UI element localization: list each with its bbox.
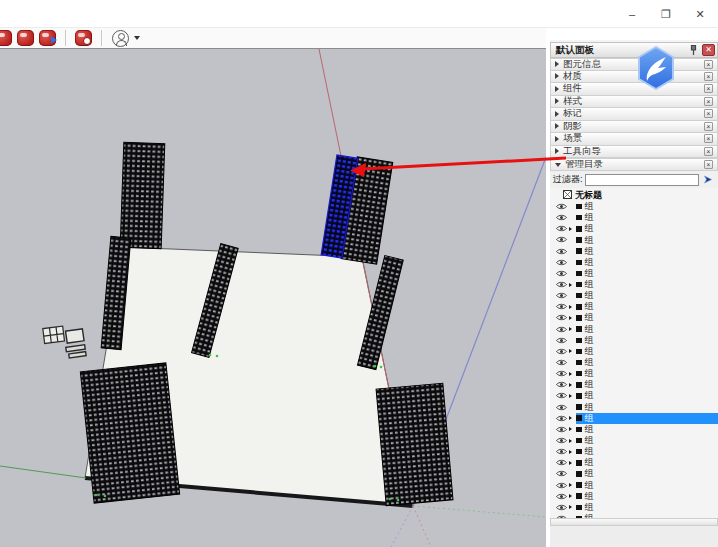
expand-arrow-icon[interactable]: [569, 305, 576, 309]
visibility-eye-icon[interactable]: [556, 337, 569, 344]
panel-close-button[interactable]: ✕: [702, 44, 715, 56]
visibility-eye-icon[interactable]: [556, 437, 569, 444]
visibility-eye-icon[interactable]: [556, 404, 569, 411]
outliner-group-row[interactable]: 组: [550, 457, 718, 468]
outliner-group-row[interactable]: 组: [550, 279, 718, 290]
visibility-eye-icon[interactable]: [556, 370, 569, 377]
panel-section-bar[interactable]: 材质 ×: [550, 71, 718, 84]
outliner-group-row[interactable]: 组: [550, 357, 718, 368]
expand-arrow-icon[interactable]: [569, 450, 576, 454]
visibility-eye-icon[interactable]: [556, 259, 569, 266]
expand-arrow-icon[interactable]: [569, 372, 576, 376]
thunder-app-icon[interactable]: [637, 46, 675, 90]
rebar-tower-bottom-left[interactable]: [80, 363, 179, 503]
visibility-eye-icon[interactable]: [556, 348, 569, 355]
filter-input[interactable]: [585, 174, 699, 186]
section-close-button[interactable]: ×: [704, 97, 713, 106]
expand-arrow-icon[interactable]: [569, 483, 576, 487]
account-avatar-icon[interactable]: [112, 30, 129, 47]
visibility-eye-icon[interactable]: [556, 381, 569, 388]
outliner-group-row[interactable]: 组: [550, 290, 718, 301]
maximize-button[interactable]: ❐: [656, 4, 676, 24]
outliner-group-row[interactable]: 组: [550, 246, 718, 257]
visibility-eye-icon[interactable]: [556, 270, 569, 277]
outliner-group-row[interactable]: 组: [550, 379, 718, 390]
expand-arrow-icon[interactable]: [569, 216, 576, 220]
panel-section-bar[interactable]: 组件 ×: [550, 83, 718, 96]
expand-arrow-icon[interactable]: [569, 338, 576, 342]
panel-section-bar[interactable]: 阴影 ×: [550, 121, 718, 134]
section-close-button[interactable]: ×: [704, 72, 713, 81]
visibility-eye-icon[interactable]: [556, 482, 569, 489]
expand-arrow-icon[interactable]: [569, 505, 576, 509]
visibility-eye-icon[interactable]: [556, 203, 569, 210]
visibility-eye-icon[interactable]: [556, 426, 569, 433]
plugin-icon-1[interactable]: [0, 30, 12, 46]
outliner-group-row[interactable]: 组: [550, 301, 718, 312]
section-close-button[interactable]: ×: [704, 60, 713, 69]
outliner-group-row[interactable]: 组: [550, 424, 718, 435]
expand-arrow-icon[interactable]: [569, 294, 576, 298]
outliner-group-row[interactable]: 组: [550, 312, 718, 323]
expand-arrow-icon[interactable]: [569, 416, 576, 420]
outliner-group-row[interactable]: 组: [550, 346, 718, 357]
visibility-eye-icon[interactable]: [556, 470, 569, 477]
expand-arrow-icon[interactable]: [569, 405, 576, 409]
close-button[interactable]: ✕: [690, 4, 710, 24]
section-close-button[interactable]: ×: [704, 160, 713, 169]
panel-section-bar[interactable]: 标记 ×: [550, 108, 718, 121]
rebar-tower-top-left[interactable]: [120, 142, 165, 248]
expand-arrow-icon[interactable]: [569, 427, 576, 431]
outliner-group-row[interactable]: 组: [550, 491, 718, 502]
visibility-eye-icon[interactable]: [556, 225, 569, 232]
section-close-button[interactable]: ×: [704, 122, 713, 131]
outliner-group-row[interactable]: 组: [550, 502, 718, 513]
outliner-group-row[interactable]: 组: [550, 468, 718, 479]
visibility-eye-icon[interactable]: [556, 448, 569, 455]
outliner-group-row[interactable]: 组: [550, 446, 718, 457]
details-arrow-button[interactable]: [702, 173, 715, 186]
visibility-eye-icon[interactable]: [556, 504, 569, 511]
outliner-group-row[interactable]: 组: [550, 212, 718, 223]
expand-arrow-icon[interactable]: [569, 283, 576, 287]
outliner-group-row[interactable]: 组: [550, 435, 718, 446]
expand-arrow-icon[interactable]: [569, 327, 576, 331]
expand-arrow-icon[interactable]: [569, 238, 576, 242]
expand-arrow-icon[interactable]: [569, 227, 576, 231]
expand-arrow-icon[interactable]: [569, 249, 576, 253]
panel-section-bar[interactable]: 工具向导 ×: [550, 146, 718, 159]
outliner-section-bar[interactable]: 管理目录 ×: [550, 158, 718, 171]
minimize-button[interactable]: –: [622, 4, 642, 24]
visibility-eye-icon[interactable]: [556, 493, 569, 500]
panel-section-bar[interactable]: 样式 ×: [550, 96, 718, 109]
outliner-group-row[interactable]: 组: [550, 257, 718, 268]
outliner-group-row[interactable]: 组: [550, 324, 718, 335]
visibility-eye-icon[interactable]: [556, 281, 569, 288]
visibility-eye-icon[interactable]: [556, 415, 569, 422]
section-close-button[interactable]: ×: [704, 134, 713, 143]
outliner-group-row[interactable]: 组: [550, 413, 718, 424]
expand-arrow-icon[interactable]: [569, 316, 576, 320]
panel-section-bar[interactable]: 图元信息 ×: [550, 58, 718, 71]
expand-arrow-icon[interactable]: [569, 461, 576, 465]
expand-arrow-icon[interactable]: [569, 271, 576, 275]
expand-arrow-icon[interactable]: [569, 494, 576, 498]
expand-arrow-icon[interactable]: [569, 439, 576, 443]
section-close-button[interactable]: ×: [704, 147, 713, 156]
outliner-group-row[interactable]: 组: [550, 223, 718, 234]
rebar-tower-bottom-right[interactable]: [376, 383, 453, 505]
section-close-button[interactable]: ×: [704, 109, 713, 118]
expand-arrow-icon[interactable]: [569, 260, 576, 264]
pin-icon[interactable]: [687, 44, 699, 56]
visibility-eye-icon[interactable]: [556, 214, 569, 221]
visibility-eye-icon[interactable]: [556, 236, 569, 243]
outliner-group-row[interactable]: 组: [550, 402, 718, 413]
visibility-eye-icon[interactable]: [556, 459, 569, 466]
visibility-eye-icon[interactable]: [556, 303, 569, 310]
small-grid-component[interactable]: [43, 326, 65, 343]
visibility-eye-icon[interactable]: [556, 392, 569, 399]
outliner-group-row[interactable]: 组: [550, 335, 718, 346]
expand-arrow-icon[interactable]: [569, 383, 576, 387]
plugin-tag-icon[interactable]: [75, 30, 92, 46]
expand-arrow-icon[interactable]: [569, 205, 576, 209]
